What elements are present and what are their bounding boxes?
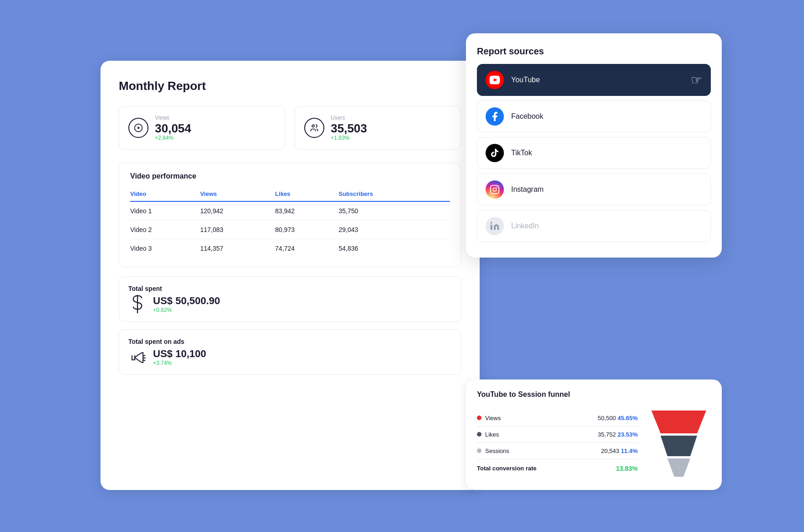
users-icon bbox=[304, 118, 324, 138]
users-value: 35,503 bbox=[331, 122, 367, 135]
page-title: Monthly Report bbox=[119, 79, 461, 93]
row2-likes: 80,973 bbox=[275, 221, 339, 239]
table-row: Video 2 117,083 80,973 29,043 bbox=[130, 221, 450, 239]
video-performance-card: Video performance Video Views Likes Subs… bbox=[119, 163, 461, 267]
total-spent-card: Total spent US$ 50,500.90 +0.82% bbox=[119, 276, 461, 322]
total-spent-value: US$ 50,500.90 bbox=[153, 295, 220, 307]
outer-wrapper: Monthly Report Views 30,054 +2.84% bbox=[82, 24, 722, 508]
cursor-icon: ☞ bbox=[691, 72, 702, 87]
funnel-row-sessions: Sessions 20,543 11.4% bbox=[477, 443, 638, 459]
table-row: Video 1 120,942 83,942 35,750 bbox=[130, 201, 450, 221]
col-subscribers: Subscribers bbox=[339, 187, 450, 201]
funnel-row-views: Views 50,500 45.65% bbox=[477, 410, 638, 427]
svg-point-2 bbox=[312, 125, 314, 127]
users-label: Users bbox=[331, 115, 367, 121]
instagram-label: Instagram bbox=[511, 185, 544, 194]
conversion-label: Total conversion rate bbox=[477, 465, 537, 472]
source-item-tiktok[interactable]: TikTok bbox=[477, 137, 711, 169]
facebook-icon bbox=[486, 107, 504, 126]
funnel-label-likes: Likes bbox=[477, 431, 499, 438]
linkedin-icon bbox=[486, 217, 504, 235]
svg-rect-7 bbox=[491, 185, 499, 193]
views-stat-card: Views 30,054 +2.84% bbox=[119, 106, 286, 150]
megaphone-icon bbox=[128, 348, 147, 366]
svg-point-11 bbox=[491, 221, 492, 223]
users-stat-card: Users 35,503 +1.83% bbox=[295, 106, 461, 150]
likes-dot bbox=[477, 432, 481, 437]
stats-row: Views 30,054 +2.84% Users 35, bbox=[119, 106, 461, 150]
ads-spent-change: +3.74% bbox=[153, 360, 206, 366]
main-card: Monthly Report Views 30,054 +2.84% bbox=[100, 61, 480, 490]
row3-subscribers: 54,836 bbox=[339, 239, 450, 258]
views-change: +2.84% bbox=[155, 135, 191, 141]
users-change: +1.83% bbox=[331, 135, 367, 141]
youtube-icon bbox=[486, 71, 504, 89]
facebook-label: Facebook bbox=[511, 112, 543, 121]
funnel-row-conversion: Total conversion rate 13.83% bbox=[477, 459, 638, 477]
views-value: 30,054 bbox=[155, 122, 191, 135]
video-performance-table: Video Views Likes Subscribers Video 1 12… bbox=[130, 187, 450, 258]
ads-spent-card: Total spent on ads US$ 10,100 +3. bbox=[119, 329, 461, 375]
total-spent-row: US$ 50,500.90 +0.82% bbox=[128, 295, 452, 313]
total-spent-info: US$ 50,500.90 +0.82% bbox=[153, 295, 220, 313]
youtube-label: YouTube bbox=[511, 76, 540, 84]
svg-rect-10 bbox=[491, 225, 492, 230]
svg-marker-12 bbox=[651, 411, 706, 433]
svg-marker-14 bbox=[667, 458, 690, 477]
source-item-instagram[interactable]: Instagram bbox=[477, 174, 711, 205]
play-icon bbox=[128, 118, 148, 138]
ads-spent-value: US$ 10,100 bbox=[153, 348, 206, 360]
spend-section: Total spent US$ 50,500.90 +0.82% Tot bbox=[119, 276, 461, 375]
source-item-facebook[interactable]: Facebook bbox=[477, 100, 711, 132]
total-spent-change: +0.82% bbox=[153, 307, 220, 313]
col-views: Views bbox=[200, 187, 275, 201]
row2-subscribers: 29,043 bbox=[339, 221, 450, 239]
ads-spent-title: Total spent on ads bbox=[128, 338, 452, 345]
funnel-data: Views 50,500 45.65% Likes 35,752 bbox=[477, 410, 638, 477]
likes-numbers: 35,752 23.53% bbox=[598, 431, 638, 438]
funnel-title: YouTube to Session funnel bbox=[477, 390, 711, 399]
ads-spent-info: US$ 10,100 +3.74% bbox=[153, 348, 206, 366]
svg-point-9 bbox=[497, 186, 498, 188]
views-label-text: Views bbox=[485, 415, 501, 421]
row1-views: 120,942 bbox=[200, 201, 275, 221]
table-row: Video 3 114,357 74,724 54,836 bbox=[130, 239, 450, 258]
row2-views: 117,083 bbox=[200, 221, 275, 239]
funnel-content: Views 50,500 45.65% Likes 35,752 bbox=[477, 406, 711, 481]
sessions-dot bbox=[477, 448, 481, 453]
views-dot bbox=[477, 416, 481, 420]
svg-point-8 bbox=[493, 188, 496, 191]
source-item-linkedin[interactable]: LinkedIn bbox=[477, 210, 711, 242]
ads-spent-row: US$ 10,100 +3.74% bbox=[128, 348, 452, 366]
tiktok-label: TikTok bbox=[511, 149, 532, 157]
likes-label-text: Likes bbox=[485, 431, 499, 438]
svg-marker-13 bbox=[661, 436, 697, 456]
dollar-icon bbox=[128, 295, 147, 313]
source-item-youtube[interactable]: YouTube ☞ bbox=[477, 64, 711, 96]
instagram-icon bbox=[486, 180, 504, 199]
total-spent-title: Total spent bbox=[128, 285, 452, 292]
video-performance-title: Video performance bbox=[130, 172, 450, 180]
row3-video: Video 3 bbox=[130, 239, 200, 258]
linkedin-label: LinkedIn bbox=[511, 222, 539, 230]
row1-subscribers: 35,750 bbox=[339, 201, 450, 221]
row3-views: 114,357 bbox=[200, 239, 275, 258]
report-sources-panel: Report sources YouTube ☞ Facebook bbox=[466, 33, 722, 258]
conversion-value: 13.83% bbox=[616, 465, 638, 472]
views-label: Views bbox=[155, 115, 191, 121]
col-likes: Likes bbox=[275, 187, 339, 201]
funnel-label-sessions: Sessions bbox=[477, 448, 509, 454]
row2-video: Video 2 bbox=[130, 221, 200, 239]
row1-likes: 83,942 bbox=[275, 201, 339, 221]
views-stat-info: Views 30,054 +2.84% bbox=[155, 115, 191, 142]
sessions-numbers: 20,543 11.4% bbox=[601, 448, 638, 454]
funnel-row-likes: Likes 35,752 23.53% bbox=[477, 427, 638, 443]
row3-likes: 74,724 bbox=[275, 239, 339, 258]
views-numbers: 50,500 45.65% bbox=[598, 415, 638, 421]
svg-marker-1 bbox=[138, 126, 140, 129]
users-stat-info: Users 35,503 +1.83% bbox=[331, 115, 367, 142]
col-video: Video bbox=[130, 187, 200, 201]
row1-video: Video 1 bbox=[130, 201, 200, 221]
report-sources-title: Report sources bbox=[477, 46, 711, 57]
funnel-panel: YouTube to Session funnel Views 50,500 4… bbox=[466, 379, 722, 490]
